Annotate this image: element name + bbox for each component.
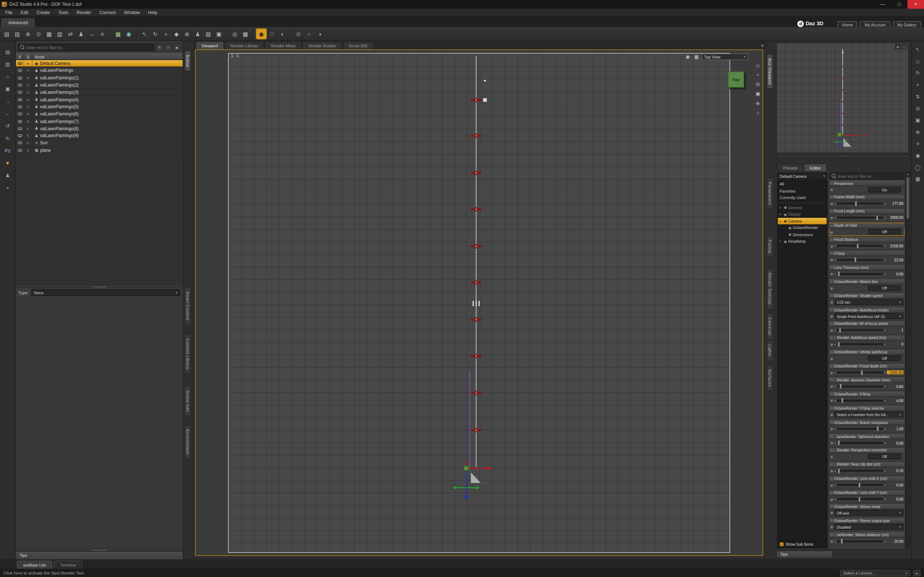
- dial-icon[interactable]: ◉: [830, 188, 833, 192]
- type-select[interactable]: None ▾: [31, 289, 181, 297]
- bottom-tab-animate-lite[interactable]: aniMate Lite: [16, 561, 53, 569]
- toggle-button[interactable]: Off: [868, 229, 901, 234]
- gear-icon[interactable]: ◎: [830, 238, 833, 241]
- dial-icon[interactable]: ◉: [830, 497, 833, 501]
- new-file-icon[interactable]: ▤: [3, 47, 12, 56]
- tips-bar[interactable]: Tips: [16, 551, 183, 559]
- gear-icon[interactable]: ◎: [830, 392, 833, 396]
- dial-icon[interactable]: ◉: [830, 272, 833, 276]
- frame-view-icon[interactable]: ▣: [913, 115, 922, 124]
- selection-cell[interactable]: ↖: [24, 68, 32, 74]
- gear-icon[interactable]: ◎: [830, 519, 833, 522]
- param-dropdown[interactable]: Off-axis▾: [835, 510, 903, 516]
- visibility-cell[interactable]: [16, 103, 24, 110]
- side-tab-scene-info[interactable]: Scene Info: [184, 386, 191, 416]
- slider-inc-icon[interactable]: ▸: [884, 399, 886, 402]
- scale-tool-icon[interactable]: ◆: [171, 29, 181, 39]
- import-icon[interactable]: →: [3, 97, 12, 105]
- measure-metrics-icon[interactable]: ↔: [87, 29, 97, 39]
- slider-inc-icon[interactable]: ▸: [884, 540, 886, 543]
- zoom-view-icon[interactable]: ◎: [913, 103, 922, 112]
- menu-file[interactable]: File: [1, 10, 16, 15]
- selection-cell[interactable]: ↖: [24, 82, 32, 89]
- open-file-icon[interactable]: ▥: [3, 60, 12, 68]
- slider-thumb[interactable]: [841, 539, 842, 543]
- toggle-button[interactable]: Off: [868, 356, 901, 361]
- slider-inc-icon[interactable]: ▸: [884, 245, 886, 247]
- slider-thumb[interactable]: [877, 426, 879, 431]
- gear-icon[interactable]: ◎: [830, 505, 833, 508]
- slider-inc-icon[interactable]: ▸: [884, 385, 886, 388]
- maximize-button[interactable]: □: [891, 0, 908, 9]
- selection-cell[interactable]: ↖: [24, 96, 32, 103]
- gear-icon[interactable]: ◎: [830, 308, 833, 311]
- scene-info-icon[interactable]: ▤: [2, 29, 12, 39]
- slider-dec-icon[interactable]: ◂: [835, 259, 836, 261]
- new-node-icon[interactable]: ⊕: [23, 29, 33, 39]
- slider-track[interactable]: [837, 498, 883, 500]
- dial-icon[interactable]: ◉: [830, 469, 833, 473]
- side-tab-render-settings[interactable]: Render Settings: [767, 268, 773, 309]
- figure-icon[interactable]: ♟: [3, 171, 12, 179]
- add-filter-button[interactable]: +: [155, 43, 163, 51]
- slider-dec-icon[interactable]: ◂: [835, 442, 836, 444]
- dial-icon[interactable]: ◉: [830, 286, 833, 290]
- gear-icon[interactable]: ◎: [830, 224, 833, 227]
- dial-icon[interactable]: ◉: [830, 427, 833, 430]
- draw-style-icon[interactable]: ▦: [693, 53, 700, 60]
- dial-icon[interactable]: ◉: [830, 343, 833, 346]
- scene-node-row[interactable]: ↖☀Sun: [16, 140, 183, 147]
- pan-view-icon[interactable]: +: [754, 71, 762, 79]
- side-tab-scene[interactable]: Scene: [184, 50, 191, 71]
- home-view-icon[interactable]: ⌂: [754, 109, 762, 116]
- scene-node-row[interactable]: ↖♟valLawnFlamingo(1): [16, 75, 183, 82]
- panel-splitter[interactable]: [16, 548, 183, 551]
- scene-node-row[interactable]: ↖▦plane: [16, 147, 183, 154]
- slider-thumb[interactable]: [838, 469, 840, 473]
- slider-thumb[interactable]: [855, 201, 857, 206]
- gear-icon[interactable]: ◎: [830, 435, 833, 438]
- visibility-cell[interactable]: [16, 68, 24, 74]
- slider-thumb[interactable]: [839, 328, 841, 332]
- side-tab-posing[interactable]: Posing: [767, 235, 773, 258]
- visibility-cell[interactable]: [16, 132, 24, 139]
- selection-cell[interactable]: ↖: [24, 89, 32, 95]
- dial-icon[interactable]: ◉: [830, 413, 833, 416]
- visibility-cell[interactable]: [16, 60, 24, 67]
- dial-icon[interactable]: ◉: [830, 441, 833, 445]
- param-value[interactable]: 20.00: [887, 539, 903, 543]
- param-dropdown[interactable]: Single Point Autofocus (AF-S)▾: [835, 313, 903, 319]
- slider-dec-icon[interactable]: ◂: [835, 427, 836, 430]
- gear-icon[interactable]: ◎: [830, 406, 833, 410]
- slider-inc-icon[interactable]: ▸: [884, 498, 886, 501]
- slider-track[interactable]: [837, 329, 883, 331]
- slider-thumb[interactable]: [838, 440, 840, 445]
- eye-icon[interactable]: [17, 91, 22, 94]
- aux-viewport-scrollstrip[interactable]: [776, 154, 908, 158]
- surface-selection-tool-icon[interactable]: ▨: [203, 29, 213, 39]
- gear-icon[interactable]: ◎: [830, 181, 833, 185]
- slider-dec-icon[interactable]: ◂: [835, 540, 836, 543]
- viewport-tab-shader-mixer[interactable]: Shader Mixer: [265, 41, 302, 49]
- scene-filter-input[interactable]: [26, 45, 152, 49]
- dial-icon[interactable]: ◉: [830, 399, 833, 403]
- viewport-canvas[interactable]: [228, 53, 730, 553]
- param-value[interactable]: 2100.95: [887, 244, 903, 248]
- slider-track[interactable]: [837, 245, 883, 247]
- camera-cycle-icon[interactable]: ◉: [684, 53, 691, 60]
- slider-thumb[interactable]: [842, 398, 843, 403]
- param-value[interactable]: 1: [887, 328, 903, 332]
- slider-thumb[interactable]: [859, 482, 861, 487]
- visibility-cell[interactable]: [16, 111, 24, 117]
- param-value[interactable]: 0.10: [887, 469, 903, 473]
- figure-setup-icon[interactable]: ♟: [76, 29, 86, 39]
- slider-inc-icon[interactable]: ▸: [884, 202, 886, 205]
- view-selector[interactable]: Top View ▾: [702, 53, 748, 60]
- slider-track[interactable]: [837, 400, 883, 401]
- filter-group-currently-used[interactable]: Currently Used: [778, 194, 827, 201]
- slider-inc-icon[interactable]: ▸: [884, 484, 886, 487]
- slider-dec-icon[interactable]: ◂: [835, 202, 836, 205]
- eye-icon[interactable]: [17, 98, 22, 101]
- slider-dec-icon[interactable]: ◂: [835, 399, 836, 402]
- gear-icon[interactable]: ◎: [830, 533, 833, 537]
